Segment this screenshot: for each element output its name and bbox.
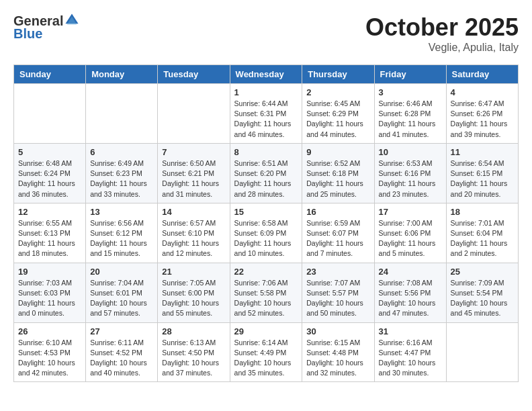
day-info: Sunrise: 7:08 AM Sunset: 5:56 PM Dayligh… (379, 278, 442, 319)
page-header: General Blue October 2025 Veglie, Apulia… (13, 13, 519, 54)
weekday-header-thursday: Thursday (302, 65, 374, 84)
calendar-cell: 19Sunrise: 7:03 AM Sunset: 6:03 PM Dayli… (14, 263, 86, 322)
day-number: 23 (306, 267, 369, 277)
calendar-cell: 4Sunrise: 6:47 AM Sunset: 6:26 PM Daylig… (446, 84, 518, 144)
day-info: Sunrise: 6:13 AM Sunset: 4:50 PM Dayligh… (162, 338, 225, 379)
calendar-week-2: 5Sunrise: 6:48 AM Sunset: 6:24 PM Daylig… (14, 143, 519, 203)
month-title: October 2025 (365, 13, 519, 42)
day-info: Sunrise: 6:47 AM Sunset: 6:26 PM Dayligh… (451, 99, 514, 140)
day-number: 1 (234, 87, 298, 97)
day-info: Sunrise: 6:58 AM Sunset: 6:09 PM Dayligh… (234, 218, 298, 259)
calendar-week-5: 26Sunrise: 6:10 AM Sunset: 4:53 PM Dayli… (14, 322, 519, 382)
day-info: Sunrise: 7:04 AM Sunset: 6:01 PM Dayligh… (90, 278, 153, 319)
calendar-table: SundayMondayTuesdayWednesdayThursdayFrid… (13, 64, 519, 382)
calendar-cell: 22Sunrise: 7:06 AM Sunset: 5:58 PM Dayli… (230, 263, 302, 322)
day-number: 19 (18, 267, 81, 277)
day-number: 7 (162, 147, 225, 157)
calendar-cell: 5Sunrise: 6:48 AM Sunset: 6:24 PM Daylig… (14, 143, 86, 203)
day-info: Sunrise: 7:07 AM Sunset: 5:57 PM Dayligh… (306, 278, 369, 319)
day-number: 4 (451, 87, 514, 97)
calendar-cell: 7Sunrise: 6:50 AM Sunset: 6:21 PM Daylig… (158, 143, 230, 203)
calendar-cell: 2Sunrise: 6:45 AM Sunset: 6:29 PM Daylig… (302, 84, 374, 144)
day-number: 16 (306, 207, 369, 217)
day-number: 2 (306, 87, 369, 97)
calendar-cell: 25Sunrise: 7:09 AM Sunset: 5:54 PM Dayli… (446, 263, 518, 322)
calendar-cell: 29Sunrise: 6:14 AM Sunset: 4:49 PM Dayli… (230, 322, 302, 382)
calendar-cell: 14Sunrise: 6:57 AM Sunset: 6:10 PM Dayli… (158, 203, 230, 263)
day-number: 20 (90, 267, 153, 277)
day-info: Sunrise: 6:52 AM Sunset: 6:18 PM Dayligh… (306, 158, 369, 199)
calendar-cell: 18Sunrise: 7:01 AM Sunset: 6:04 PM Dayli… (446, 203, 518, 263)
calendar-cell: 8Sunrise: 6:51 AM Sunset: 6:20 PM Daylig… (230, 143, 302, 203)
weekday-header-sunday: Sunday (14, 65, 86, 84)
day-number: 21 (162, 267, 225, 277)
calendar-cell (14, 84, 86, 144)
day-info: Sunrise: 6:54 AM Sunset: 6:15 PM Dayligh… (451, 158, 514, 199)
weekday-header-tuesday: Tuesday (158, 65, 230, 84)
day-info: Sunrise: 6:49 AM Sunset: 6:23 PM Dayligh… (90, 158, 153, 199)
calendar-cell: 9Sunrise: 6:52 AM Sunset: 6:18 PM Daylig… (302, 143, 374, 203)
calendar-cell: 13Sunrise: 6:56 AM Sunset: 6:12 PM Dayli… (86, 203, 158, 263)
calendar-cell (158, 84, 230, 144)
calendar-cell: 24Sunrise: 7:08 AM Sunset: 5:56 PM Dayli… (374, 263, 446, 322)
day-number: 24 (379, 267, 442, 277)
logo: General Blue (13, 13, 79, 42)
day-info: Sunrise: 6:44 AM Sunset: 6:31 PM Dayligh… (234, 99, 298, 140)
calendar-cell: 6Sunrise: 6:49 AM Sunset: 6:23 PM Daylig… (86, 143, 158, 203)
calendar-cell: 11Sunrise: 6:54 AM Sunset: 6:15 PM Dayli… (446, 143, 518, 203)
day-number: 22 (234, 267, 298, 277)
day-number: 8 (234, 147, 298, 157)
day-info: Sunrise: 6:50 AM Sunset: 6:21 PM Dayligh… (162, 158, 225, 199)
calendar-cell (446, 322, 518, 382)
day-number: 26 (18, 326, 81, 336)
day-info: Sunrise: 6:56 AM Sunset: 6:12 PM Dayligh… (90, 218, 153, 259)
day-info: Sunrise: 6:55 AM Sunset: 6:13 PM Dayligh… (18, 218, 81, 259)
day-number: 14 (162, 207, 225, 217)
day-number: 9 (306, 147, 369, 157)
day-info: Sunrise: 6:14 AM Sunset: 4:49 PM Dayligh… (234, 338, 298, 379)
day-number: 10 (379, 147, 442, 157)
calendar-cell: 21Sunrise: 7:05 AM Sunset: 6:00 PM Dayli… (158, 263, 230, 322)
day-number: 3 (379, 87, 442, 97)
day-number: 11 (451, 147, 514, 157)
calendar-cell: 17Sunrise: 7:00 AM Sunset: 6:06 PM Dayli… (374, 203, 446, 263)
weekday-header-friday: Friday (374, 65, 446, 84)
day-info: Sunrise: 7:03 AM Sunset: 6:03 PM Dayligh… (18, 278, 81, 319)
day-info: Sunrise: 6:53 AM Sunset: 6:16 PM Dayligh… (379, 158, 442, 199)
logo-icon (64, 13, 79, 28)
day-number: 30 (306, 326, 369, 336)
calendar-cell: 28Sunrise: 6:13 AM Sunset: 4:50 PM Dayli… (158, 322, 230, 382)
calendar-cell: 20Sunrise: 7:04 AM Sunset: 6:01 PM Dayli… (86, 263, 158, 322)
day-number: 29 (234, 326, 298, 336)
calendar-cell: 27Sunrise: 6:11 AM Sunset: 4:52 PM Dayli… (86, 322, 158, 382)
day-number: 31 (379, 326, 442, 336)
calendar-cell: 26Sunrise: 6:10 AM Sunset: 4:53 PM Dayli… (14, 322, 86, 382)
day-info: Sunrise: 7:01 AM Sunset: 6:04 PM Dayligh… (451, 218, 514, 259)
day-info: Sunrise: 6:59 AM Sunset: 6:07 PM Dayligh… (306, 218, 369, 259)
calendar-cell: 31Sunrise: 6:16 AM Sunset: 4:47 PM Dayli… (374, 322, 446, 382)
day-info: Sunrise: 7:06 AM Sunset: 5:58 PM Dayligh… (234, 278, 298, 319)
day-info: Sunrise: 6:45 AM Sunset: 6:29 PM Dayligh… (306, 99, 369, 140)
day-info: Sunrise: 6:10 AM Sunset: 4:53 PM Dayligh… (18, 338, 81, 379)
title-block: October 2025 Veglie, Apulia, Italy (365, 13, 519, 54)
weekday-header-monday: Monday (86, 65, 158, 84)
day-info: Sunrise: 6:15 AM Sunset: 4:48 PM Dayligh… (306, 338, 369, 379)
calendar-cell: 23Sunrise: 7:07 AM Sunset: 5:57 PM Dayli… (302, 263, 374, 322)
day-number: 18 (451, 207, 514, 217)
day-number: 5 (18, 147, 81, 157)
day-info: Sunrise: 6:57 AM Sunset: 6:10 PM Dayligh… (162, 218, 225, 259)
day-number: 12 (18, 207, 81, 217)
calendar-cell: 15Sunrise: 6:58 AM Sunset: 6:09 PM Dayli… (230, 203, 302, 263)
weekday-header-wednesday: Wednesday (230, 65, 302, 84)
day-number: 25 (451, 267, 514, 277)
location-subtitle: Veglie, Apulia, Italy (365, 42, 519, 54)
calendar-week-3: 12Sunrise: 6:55 AM Sunset: 6:13 PM Dayli… (14, 203, 519, 263)
calendar-cell (86, 84, 158, 144)
calendar-week-1: 1Sunrise: 6:44 AM Sunset: 6:31 PM Daylig… (14, 84, 519, 144)
day-number: 27 (90, 326, 153, 336)
day-number: 28 (162, 326, 225, 336)
day-info: Sunrise: 6:16 AM Sunset: 4:47 PM Dayligh… (379, 338, 442, 379)
day-number: 6 (90, 147, 153, 157)
day-number: 15 (234, 207, 298, 217)
day-info: Sunrise: 6:46 AM Sunset: 6:28 PM Dayligh… (379, 99, 442, 140)
